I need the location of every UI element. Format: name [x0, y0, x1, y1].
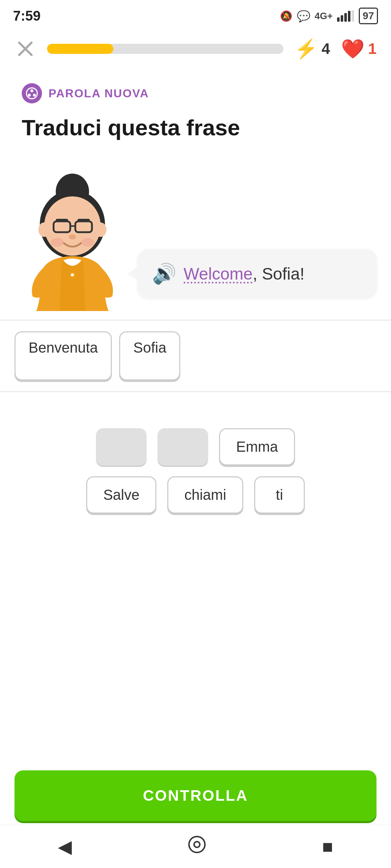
top-nav: ⚡ 4 ❤️ 1 — [0, 29, 391, 69]
character-area: 🔊 Welcome, Sofia! — [0, 159, 391, 312]
svg-point-22 — [51, 238, 64, 247]
svg-rect-0 — [337, 17, 340, 22]
svg-point-27 — [194, 842, 200, 847]
svg-point-21 — [69, 234, 76, 239]
word-bank: Emma Salve chiami ti — [0, 428, 391, 514]
status-icons: 🔕 💬 4G+ 97 — [280, 8, 378, 24]
status-bar: 7:59 🔕 💬 4G+ 97 — [0, 0, 391, 29]
word-bank-row-2: Salve chiami ti — [22, 476, 369, 514]
character-svg — [14, 159, 130, 311]
svg-point-10 — [33, 94, 36, 97]
answer-area[interactable]: Benvenuta Sofia — [0, 320, 391, 392]
home-circle-icon — [188, 835, 206, 854]
no-sound-icon: 🔕 — [280, 10, 293, 22]
close-button[interactable] — [14, 38, 36, 60]
hearts-counter: ❤️ 1 — [341, 38, 377, 60]
svg-point-15 — [95, 222, 106, 237]
word-chip-used-2[interactable] — [157, 428, 208, 465]
word-chip-salve[interactable]: Salve — [86, 476, 156, 514]
progress-bar — [47, 44, 283, 54]
svg-rect-3 — [348, 11, 350, 22]
badge-label: PAROLA NUOVA — [49, 87, 149, 100]
heart-count: 1 — [368, 40, 377, 58]
word-chip-ti[interactable]: ti — [254, 476, 305, 514]
speech-bubble[interactable]: 🔊 Welcome, Sofia! — [138, 249, 377, 298]
square-button[interactable]: ■ — [322, 836, 333, 857]
answer-chip-benvenuta[interactable]: Benvenuta — [14, 331, 112, 380]
word-chip-chiami[interactable]: chiami — [167, 476, 243, 514]
heart-icon: ❤️ — [341, 38, 365, 60]
close-icon — [17, 41, 34, 57]
word-chip-emma[interactable]: Emma — [219, 428, 295, 465]
network-label: 4G+ — [315, 10, 333, 22]
svg-rect-4 — [352, 10, 354, 22]
svg-point-25 — [71, 273, 74, 276]
streak-count: 4 — [321, 40, 330, 58]
progress-fill — [47, 44, 113, 54]
status-time: 7:59 — [13, 8, 41, 24]
badge-icon — [22, 83, 42, 103]
svg-point-26 — [189, 837, 205, 852]
answer-chip-sofia[interactable]: Sofia — [119, 331, 180, 380]
lesson-title: Traduci questa frase — [22, 114, 369, 141]
speech-text: Welcome, Sofia! — [184, 264, 304, 284]
speaker-icon[interactable]: 🔊 — [152, 262, 176, 285]
badge-symbol — [26, 87, 38, 99]
back-button[interactable]: ◀ — [58, 836, 72, 857]
signal-icon — [337, 10, 354, 22]
streak-counter: ⚡ 4 — [294, 38, 330, 60]
bolt-icon: ⚡ — [294, 38, 318, 60]
svg-rect-1 — [341, 15, 343, 22]
svg-point-23 — [81, 238, 94, 247]
bottom-nav: ◀ ■ — [0, 825, 391, 868]
svg-point-14 — [38, 222, 50, 237]
battery-indicator: 97 — [359, 8, 378, 24]
check-button-container: CONTROLLA — [0, 770, 391, 821]
home-button[interactable] — [188, 835, 206, 858]
word-chip-used-1[interactable] — [96, 428, 147, 465]
svg-rect-2 — [344, 13, 347, 22]
svg-point-9 — [28, 94, 31, 97]
word-bank-row-1: Emma — [22, 428, 369, 465]
new-word-badge: PAROLA NUOVA — [22, 83, 369, 103]
character-figure — [14, 159, 130, 312]
svg-point-8 — [30, 89, 33, 92]
check-button[interactable]: CONTROLLA — [14, 770, 377, 821]
whatsapp-icon: 💬 — [297, 10, 310, 22]
lesson-section: PAROLA NUOVA Traduci questa frase — [0, 69, 391, 141]
speech-highlight: Welcome — [184, 264, 253, 283]
